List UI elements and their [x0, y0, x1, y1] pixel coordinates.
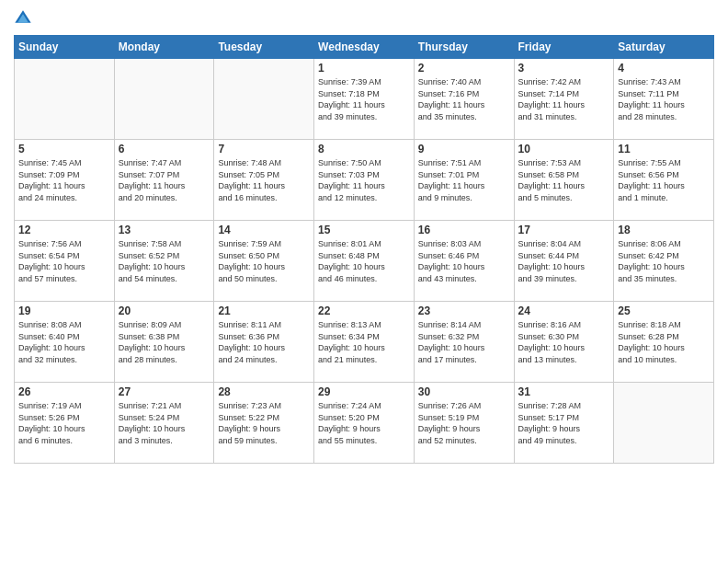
calendar-cell: 8Sunrise: 7:50 AM Sunset: 7:03 PM Daylig… [314, 140, 415, 221]
calendar-cell: 16Sunrise: 8:03 AM Sunset: 6:46 PM Dayli… [414, 221, 514, 302]
calendar-header-friday: Friday [514, 36, 614, 59]
day-number: 5 [18, 143, 110, 155]
calendar-cell: 10Sunrise: 7:53 AM Sunset: 6:58 PM Dayli… [514, 140, 614, 221]
calendar-header-tuesday: Tuesday [214, 36, 314, 59]
day-info: Sunrise: 8:14 AM Sunset: 6:32 PM Dayligh… [418, 319, 510, 365]
day-info: Sunrise: 7:40 AM Sunset: 7:16 PM Dayligh… [418, 76, 510, 122]
header [14, 9, 714, 28]
calendar-header-monday: Monday [114, 36, 214, 59]
day-info: Sunrise: 7:58 AM Sunset: 6:52 PM Dayligh… [119, 238, 210, 284]
calendar-cell: 27Sunrise: 7:21 AM Sunset: 5:24 PM Dayli… [114, 383, 214, 464]
day-info: Sunrise: 8:11 AM Sunset: 6:36 PM Dayligh… [218, 319, 310, 365]
calendar-cell: 21Sunrise: 8:11 AM Sunset: 6:36 PM Dayli… [214, 302, 314, 383]
day-number: 7 [218, 143, 310, 155]
calendar-cell: 28Sunrise: 7:23 AM Sunset: 5:22 PM Dayli… [214, 383, 314, 464]
day-info: Sunrise: 7:43 AM Sunset: 7:11 PM Dayligh… [618, 76, 710, 122]
day-info: Sunrise: 7:39 AM Sunset: 7:18 PM Dayligh… [318, 76, 410, 122]
day-info: Sunrise: 8:09 AM Sunset: 6:38 PM Dayligh… [119, 319, 210, 365]
day-number: 8 [318, 143, 410, 155]
page: SundayMondayTuesdayWednesdayThursdayFrid… [0, 0, 728, 563]
day-info: Sunrise: 8:01 AM Sunset: 6:48 PM Dayligh… [318, 238, 410, 284]
day-info: Sunrise: 7:53 AM Sunset: 6:58 PM Dayligh… [518, 157, 610, 203]
calendar-cell: 15Sunrise: 8:01 AM Sunset: 6:48 PM Dayli… [314, 221, 415, 302]
day-info: Sunrise: 7:24 AM Sunset: 5:20 PM Dayligh… [318, 400, 410, 446]
day-info: Sunrise: 8:16 AM Sunset: 6:30 PM Dayligh… [518, 319, 610, 365]
day-number: 29 [318, 385, 410, 398]
day-number: 15 [318, 224, 410, 236]
calendar-cell: 17Sunrise: 8:04 AM Sunset: 6:44 PM Dayli… [514, 221, 614, 302]
day-number: 23 [418, 304, 510, 317]
day-number: 31 [518, 385, 610, 398]
day-info: Sunrise: 7:42 AM Sunset: 7:14 PM Dayligh… [518, 76, 610, 122]
calendar-cell: 29Sunrise: 7:24 AM Sunset: 5:20 PM Dayli… [314, 383, 415, 464]
calendar-week-5: 26Sunrise: 7:19 AM Sunset: 5:26 PM Dayli… [15, 383, 714, 464]
day-info: Sunrise: 8:08 AM Sunset: 6:40 PM Dayligh… [18, 319, 110, 365]
calendar-cell: 25Sunrise: 8:18 AM Sunset: 6:28 PM Dayli… [614, 302, 714, 383]
calendar-header-thursday: Thursday [414, 36, 514, 59]
calendar-cell: 18Sunrise: 8:06 AM Sunset: 6:42 PM Dayli… [614, 221, 714, 302]
day-number: 24 [518, 304, 610, 317]
calendar-cell: 24Sunrise: 8:16 AM Sunset: 6:30 PM Dayli… [514, 302, 614, 383]
calendar-cell: 12Sunrise: 7:56 AM Sunset: 6:54 PM Dayli… [15, 221, 115, 302]
day-info: Sunrise: 8:06 AM Sunset: 6:42 PM Dayligh… [618, 238, 710, 284]
day-number: 25 [618, 304, 710, 317]
day-info: Sunrise: 7:48 AM Sunset: 7:05 PM Dayligh… [218, 157, 310, 203]
day-info: Sunrise: 7:47 AM Sunset: 7:07 PM Dayligh… [119, 157, 210, 203]
day-number: 20 [119, 304, 210, 317]
calendar-cell: 26Sunrise: 7:19 AM Sunset: 5:26 PM Dayli… [15, 383, 115, 464]
calendar-header-saturday: Saturday [614, 36, 714, 59]
day-info: Sunrise: 7:56 AM Sunset: 6:54 PM Dayligh… [18, 238, 110, 284]
day-number: 6 [119, 143, 210, 155]
calendar-cell: 20Sunrise: 8:09 AM Sunset: 6:38 PM Dayli… [114, 302, 214, 383]
day-number: 11 [618, 143, 710, 155]
calendar-cell: 1Sunrise: 7:39 AM Sunset: 7:18 PM Daylig… [314, 59, 415, 140]
day-info: Sunrise: 7:50 AM Sunset: 7:03 PM Dayligh… [318, 157, 410, 203]
calendar-header-row: SundayMondayTuesdayWednesdayThursdayFrid… [15, 36, 714, 59]
calendar-cell: 23Sunrise: 8:14 AM Sunset: 6:32 PM Dayli… [414, 302, 514, 383]
day-number: 30 [418, 385, 510, 398]
day-number: 19 [18, 304, 110, 317]
day-number: 14 [218, 224, 310, 236]
day-number: 21 [218, 304, 310, 317]
day-number: 13 [119, 224, 210, 236]
day-info: Sunrise: 8:04 AM Sunset: 6:44 PM Dayligh… [518, 238, 610, 284]
day-number: 18 [618, 224, 710, 236]
calendar-week-4: 19Sunrise: 8:08 AM Sunset: 6:40 PM Dayli… [15, 302, 714, 383]
calendar-cell: 3Sunrise: 7:42 AM Sunset: 7:14 PM Daylig… [514, 59, 614, 140]
calendar-cell [614, 383, 714, 464]
calendar-cell [15, 59, 115, 140]
calendar-cell: 2Sunrise: 7:40 AM Sunset: 7:16 PM Daylig… [414, 59, 514, 140]
calendar-cell: 4Sunrise: 7:43 AM Sunset: 7:11 PM Daylig… [614, 59, 714, 140]
day-info: Sunrise: 7:45 AM Sunset: 7:09 PM Dayligh… [18, 157, 110, 203]
calendar-week-1: 1Sunrise: 7:39 AM Sunset: 7:18 PM Daylig… [15, 59, 714, 140]
day-info: Sunrise: 8:18 AM Sunset: 6:28 PM Dayligh… [618, 319, 710, 365]
day-number: 2 [418, 62, 510, 75]
calendar: SundayMondayTuesdayWednesdayThursdayFrid… [14, 35, 714, 464]
calendar-cell: 22Sunrise: 8:13 AM Sunset: 6:34 PM Dayli… [314, 302, 415, 383]
calendar-cell: 14Sunrise: 7:59 AM Sunset: 6:50 PM Dayli… [214, 221, 314, 302]
day-info: Sunrise: 7:26 AM Sunset: 5:19 PM Dayligh… [418, 400, 510, 446]
day-info: Sunrise: 7:59 AM Sunset: 6:50 PM Dayligh… [218, 238, 310, 284]
day-info: Sunrise: 7:55 AM Sunset: 6:56 PM Dayligh… [618, 157, 710, 203]
logo [14, 9, 36, 28]
calendar-cell: 31Sunrise: 7:28 AM Sunset: 5:17 PM Dayli… [514, 383, 614, 464]
day-number: 10 [518, 143, 610, 155]
day-number: 17 [518, 224, 610, 236]
calendar-cell [114, 59, 214, 140]
calendar-cell: 9Sunrise: 7:51 AM Sunset: 7:01 PM Daylig… [414, 140, 514, 221]
day-number: 16 [418, 224, 510, 236]
calendar-cell: 19Sunrise: 8:08 AM Sunset: 6:40 PM Dayli… [15, 302, 115, 383]
day-info: Sunrise: 7:21 AM Sunset: 5:24 PM Dayligh… [119, 400, 210, 446]
day-info: Sunrise: 7:19 AM Sunset: 5:26 PM Dayligh… [18, 400, 110, 446]
calendar-week-2: 5Sunrise: 7:45 AM Sunset: 7:09 PM Daylig… [15, 140, 714, 221]
day-number: 1 [318, 62, 410, 75]
calendar-cell: 13Sunrise: 7:58 AM Sunset: 6:52 PM Dayli… [114, 221, 214, 302]
day-info: Sunrise: 8:13 AM Sunset: 6:34 PM Dayligh… [318, 319, 410, 365]
calendar-cell: 6Sunrise: 7:47 AM Sunset: 7:07 PM Daylig… [114, 140, 214, 221]
calendar-cell: 30Sunrise: 7:26 AM Sunset: 5:19 PM Dayli… [414, 383, 514, 464]
calendar-cell [214, 59, 314, 140]
day-info: Sunrise: 7:28 AM Sunset: 5:17 PM Dayligh… [518, 400, 610, 446]
day-info: Sunrise: 7:51 AM Sunset: 7:01 PM Dayligh… [418, 157, 510, 203]
calendar-header-sunday: Sunday [15, 36, 115, 59]
day-number: 28 [218, 385, 310, 398]
